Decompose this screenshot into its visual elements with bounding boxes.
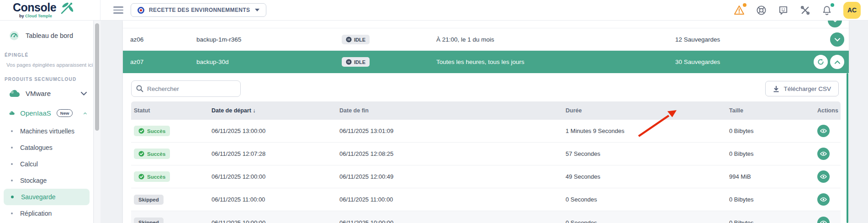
dragonfly-icon [59, 1, 74, 15]
gauge-icon [9, 31, 19, 41]
status-badge: Skipped [134, 195, 164, 205]
duree-cell: 57 Secondes [563, 150, 726, 157]
feedback-button[interactable] [778, 5, 789, 16]
taille-cell: 994 MiB [726, 173, 815, 180]
search-box [131, 80, 241, 97]
bullet-icon [11, 130, 13, 132]
panel-scrollbar[interactable] [847, 73, 848, 223]
menu-toggle-button[interactable] [113, 6, 123, 14]
policy-schedule: À 21:00, le 1 du mois [436, 28, 494, 51]
sidebar-item-dashboard[interactable]: Tableau de bord [0, 26, 93, 45]
logo-title: Console [13, 2, 56, 13]
sidebar-item-calcul[interactable]: Calcul [0, 156, 93, 172]
date-depart-cell: 06/11/2025 12:07:28 [209, 150, 337, 157]
chevron-up-icon [84, 112, 87, 115]
date-fin-cell: 06/11/2025 11:00:00 [337, 196, 563, 203]
view-backup-button[interactable] [817, 170, 830, 183]
eye-icon [820, 220, 827, 223]
sidebar-item-vmware[interactable]: VMware [0, 84, 93, 103]
bullet-icon [11, 196, 14, 198]
sidebar-item-label: Calcul [20, 160, 38, 168]
eye-icon [820, 174, 827, 179]
taille-cell: 0 Bibytes [726, 150, 815, 157]
cloud-icon [9, 109, 15, 117]
column-header-taille[interactable]: Taille [726, 107, 815, 114]
warning-button[interactable] [734, 5, 745, 16]
date-fin-cell: 06/11/2025 10:00:00 [337, 219, 563, 223]
view-backup-button[interactable] [817, 217, 830, 223]
status-badge: Skipped [134, 218, 164, 223]
taille-cell: 0 Bibytes [726, 196, 815, 203]
column-header-date-depart[interactable]: Date de départ ↓ [209, 107, 337, 114]
sidebar-item-sauvegarde[interactable]: Sauvegarde [4, 189, 90, 205]
policy-schedule: Toutes les heures, tous les jours [436, 51, 524, 73]
policy-backup-count: 12 Sauvegardes [675, 28, 720, 51]
sidebar-item-replication[interactable]: Réplication [0, 205, 93, 222]
status-badge: Succès [134, 171, 170, 182]
eye-icon [820, 151, 827, 156]
bullet-icon [11, 180, 13, 181]
user-avatar[interactable]: AC [843, 2, 861, 19]
sidebar-item-label: OpenIaaS [20, 109, 51, 117]
chevron-up-icon [835, 60, 840, 64]
sidebar-item-machines-virtuelles[interactable]: Machines virtuelles [0, 123, 93, 139]
sidebar-scrollbar [94, 21, 101, 223]
policy-name: az06 [130, 28, 143, 51]
column-header-statut[interactable]: Statut [131, 107, 209, 114]
sidebar-item-label: Catalogues [20, 144, 53, 151]
sidebar-item-label: Réplication [20, 210, 52, 217]
sidebar-item-label: Sauvegarde [21, 193, 56, 201]
app-logo: Console by Cloud Temple [0, 0, 101, 20]
sort-desc-icon: ↓ [253, 107, 255, 114]
table-row: Skipped 06/11/2025 10:00:00 06/11/2025 1… [131, 211, 841, 223]
chevron-down-icon [81, 92, 87, 96]
sidebar-item-stockage[interactable]: Stockage [0, 172, 93, 189]
expand-row-button[interactable] [830, 32, 844, 47]
taille-cell: 0 Bibytes [726, 127, 815, 134]
backup-policies-card: az06 backup-1m-r365 IDLE À 21:00, le 1 d… [123, 21, 849, 223]
column-header-actions: Actions [815, 107, 842, 114]
duree-cell: 0 Secondes [563, 196, 726, 203]
environment-selector[interactable]: RECETTE DES ENVIRONNEMMENTS [131, 3, 266, 17]
bullet-icon [11, 147, 13, 149]
policy-row-az07-selected[interactable]: az07 backup-30d IDLE Toutes les heures, … [123, 51, 849, 73]
tools-icon [800, 5, 810, 16]
sidebar-item-catalogues[interactable]: Catalogues [0, 139, 93, 156]
sidebar-item-openiaas[interactable]: OpenIaaS New [0, 103, 93, 123]
sidebar-item-label: Tableau de bord [26, 32, 73, 39]
chevron-down-icon [255, 9, 259, 11]
help-button[interactable] [756, 5, 767, 16]
pinned-section-label: ÉPINGLÉ [0, 45, 93, 59]
view-backup-button[interactable] [817, 125, 830, 137]
column-header-date-fin[interactable]: Date de fin [337, 107, 563, 114]
feedback-icon [778, 5, 789, 16]
policy-row-az06[interactable]: az06 backup-1m-r365 IDLE À 21:00, le 1 d… [123, 28, 849, 51]
new-badge: New [57, 109, 73, 117]
check-circle-icon [138, 174, 144, 180]
sidebar-item-label: Machines virtuelles [20, 127, 74, 135]
warning-dot-badge [743, 3, 746, 7]
logo-byline-prefix: by [19, 14, 24, 18]
policy-job-name: backup-30d [196, 51, 229, 73]
collapse-row-button[interactable] [830, 55, 844, 69]
download-csv-button[interactable]: Télécharger CSV [765, 81, 839, 96]
sidebar: Tableau de bord ÉPINGLÉ Vos pages épingl… [0, 21, 94, 223]
duree-cell: 49 Secondes [563, 173, 726, 180]
notification-dot-badge [831, 3, 834, 7]
notifications-button[interactable] [821, 5, 832, 16]
view-backup-button[interactable] [817, 193, 830, 206]
scrollbar-thumb[interactable] [95, 23, 99, 131]
table-row: Succès 06/11/2025 13:00:00 06/11/2025 13… [131, 120, 841, 143]
tools-button[interactable] [799, 5, 810, 16]
restore-button[interactable] [814, 55, 828, 69]
date-depart-cell: 06/11/2025 11:00:00 [209, 196, 337, 203]
status-badge: Succès [134, 126, 170, 136]
search-input[interactable] [147, 85, 229, 92]
table-row: Succès 06/11/2025 12:00:00 06/11/2025 12… [131, 165, 841, 188]
column-header-duree[interactable]: Durée [563, 107, 726, 114]
download-icon [773, 85, 779, 92]
bullet-icon [11, 163, 13, 165]
view-backup-button[interactable] [817, 148, 830, 160]
bullet-icon [11, 212, 13, 214]
table-row: Skipped 06/11/2025 11:00:00 06/11/2025 1… [131, 188, 841, 211]
